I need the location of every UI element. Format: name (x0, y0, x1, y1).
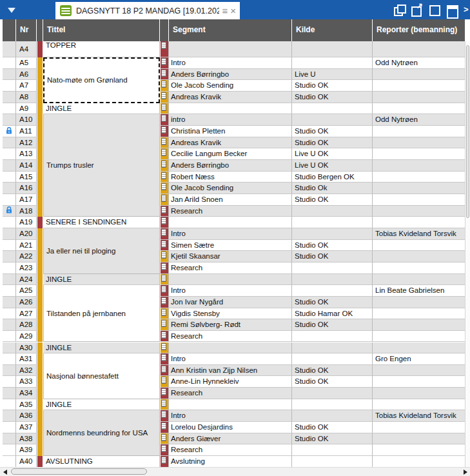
segment-cell[interactable]: Ole Jacob Sending (169, 183, 292, 194)
kilde-cell[interactable] (292, 57, 373, 69)
kilde-cell[interactable]: Studio OK (292, 126, 373, 137)
tab-menu-icon[interactable]: ≡ (222, 6, 228, 15)
segment-marker-cell[interactable] (160, 217, 169, 228)
nr-cell[interactable]: A37 (16, 422, 37, 433)
segment-marker-cell[interactable] (160, 80, 169, 92)
section-title-cell[interactable]: JINGLE (43, 399, 160, 411)
lock-cell[interactable] (3, 92, 16, 103)
segment-marker-cell[interactable] (160, 160, 169, 172)
segment-marker-cell[interactable] (160, 103, 169, 115)
table-row[interactable]: A35JINGLE (3, 399, 465, 411)
reporter-cell[interactable] (373, 342, 465, 354)
kilde-cell[interactable]: Studio OK (292, 422, 373, 433)
segment-cell[interactable] (169, 217, 292, 228)
segment-cell[interactable]: Anders Giæver (169, 433, 292, 445)
kilde-cell[interactable]: Studio Hamar OK (292, 308, 373, 320)
lock-cell[interactable] (3, 183, 16, 194)
segment-marker-cell[interactable] (160, 251, 169, 263)
segment-cell[interactable]: Anders Børringbo (169, 69, 292, 81)
segment-marker-cell[interactable] (160, 376, 169, 388)
nr-cell[interactable]: A13 (16, 148, 37, 160)
segment-cell[interactable]: intro (169, 114, 292, 126)
reporter-cell[interactable] (373, 444, 465, 456)
reporter-cell[interactable] (373, 183, 465, 194)
reporter-cell[interactable] (373, 194, 465, 206)
reporter-cell[interactable] (373, 126, 465, 137)
reporter-cell[interactable] (373, 331, 465, 342)
lock-cell[interactable] (3, 365, 16, 377)
reporter-cell[interactable] (373, 103, 465, 115)
segment-cell[interactable]: Jon Ivar Nygård (169, 297, 292, 308)
segment-marker-cell[interactable] (160, 444, 169, 456)
segment-cell[interactable]: Intro (169, 228, 292, 240)
reporter-cell[interactable] (373, 240, 465, 252)
kilde-cell[interactable]: Studio OK (292, 137, 373, 149)
kilde-cell[interactable]: Studio OK (292, 194, 373, 206)
nr-cell[interactable]: A10 (16, 114, 37, 126)
nr-cell[interactable]: A33 (16, 376, 37, 388)
kilde-cell[interactable] (292, 353, 373, 365)
kilde-cell[interactable] (292, 410, 373, 422)
lock-cell[interactable] (3, 410, 16, 422)
segment-cell[interactable]: Christina Pletten (169, 126, 292, 137)
reporter-cell[interactable] (373, 365, 465, 377)
group-title-cell[interactable]: Tilstanden på jernbanen (43, 285, 160, 342)
segment-cell[interactable]: Ann Kristin van Zijp Nilsen (169, 365, 292, 377)
kilde-cell[interactable]: Live U OK (292, 160, 373, 172)
kilde-cell[interactable] (292, 331, 373, 342)
segment-cell[interactable]: Lorelou Desjardins (169, 422, 292, 433)
nr-cell[interactable]: A15 (16, 172, 37, 183)
nr-cell[interactable]: A39 (16, 444, 37, 456)
nr-cell[interactable]: A19 (16, 217, 37, 228)
kilde-cell[interactable] (292, 285, 373, 297)
reporter-cell[interactable] (373, 80, 465, 92)
segment-marker-cell[interactable] (160, 422, 169, 433)
segment-marker-cell[interactable] (160, 297, 169, 308)
horizontal-scrollbar-thumb[interactable] (11, 468, 147, 475)
lock-cell[interactable] (3, 433, 16, 445)
reporter-cell[interactable] (373, 263, 465, 274)
lock-cell[interactable] (3, 444, 16, 456)
segment-marker-cell[interactable] (160, 319, 169, 331)
kilde-cell[interactable] (292, 456, 373, 467)
nr-cell[interactable]: A22 (16, 251, 37, 263)
tab-close-icon[interactable]: × (230, 6, 236, 15)
nr-cell[interactable]: A40 (16, 456, 37, 467)
lock-cell[interactable] (3, 228, 16, 240)
segment-cell[interactable]: Research (169, 206, 292, 217)
nr-cell[interactable]: A9 (16, 103, 37, 115)
table-row[interactable]: A40AVSLUTNINGAvslutning (3, 456, 465, 467)
lock-cell[interactable] (3, 217, 16, 228)
column-header-lock[interactable] (3, 19, 16, 41)
lock-cell[interactable] (3, 297, 16, 308)
lock-cell[interactable] (3, 57, 16, 69)
reporter-cell[interactable]: Tobias Kvideland Torsvik (373, 410, 465, 422)
nr-cell[interactable]: A28 (16, 319, 37, 331)
lock-cell[interactable] (3, 308, 16, 320)
kilde-cell[interactable]: Studio OK (292, 251, 373, 263)
reporter-cell[interactable] (373, 69, 465, 81)
column-header-kilde[interactable]: Kilde (292, 19, 373, 41)
table-row[interactable]: A30JINGLE (3, 342, 465, 354)
nr-cell[interactable]: A35 (16, 399, 37, 411)
reporter-cell[interactable] (373, 274, 465, 286)
group-title-cell[interactable]: Trumps trusler (43, 114, 160, 217)
section-title-cell[interactable]: TOPPER (43, 41, 160, 57)
segment-cell[interactable]: Anne-Lin Hynnekleiv (169, 376, 292, 388)
kilde-cell[interactable] (292, 114, 373, 126)
group-title-cell-selected[interactable]: Nato-møte om Grønland (43, 57, 160, 103)
segment-marker-cell[interactable] (160, 353, 169, 365)
segment-cell[interactable]: Jan Arild Snoen (169, 194, 292, 206)
lock-cell[interactable] (3, 342, 16, 354)
reporter-cell[interactable] (373, 206, 465, 217)
segment-cell[interactable] (169, 274, 292, 286)
maximize-icon[interactable] (429, 5, 440, 15)
segment-marker-cell[interactable] (160, 433, 169, 445)
reporter-cell[interactable] (373, 399, 465, 411)
lock-cell[interactable] (3, 319, 16, 331)
nr-cell[interactable]: A34 (16, 388, 37, 399)
nr-cell[interactable]: A30 (16, 342, 37, 354)
lock-cell[interactable] (3, 69, 16, 81)
nr-cell[interactable]: A27 (16, 308, 37, 320)
group-title-cell[interactable]: Nordmenns beundring for USA (43, 410, 160, 456)
